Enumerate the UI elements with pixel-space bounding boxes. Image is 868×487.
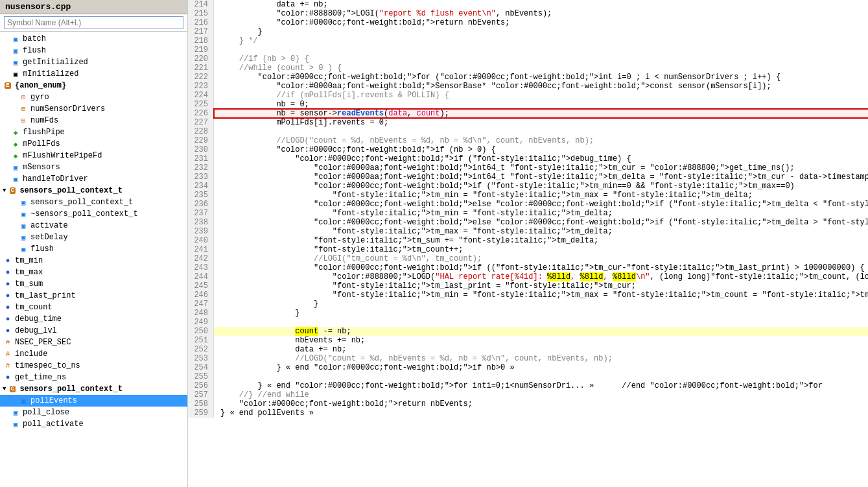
line-content[interactable]: nb = sensor->readEvents(data, count); [214, 109, 868, 118]
tree-item-tm_max[interactable]: ●tm_max [0, 267, 187, 278]
tree-item-debug_lvl[interactable]: ●debug_lvl [0, 325, 187, 337]
tree-item-debug_time[interactable]: ●debug_time [0, 313, 187, 325]
tree-item-numFds[interactable]: ⊞numFds [0, 115, 187, 126]
line-number: 238 [188, 218, 214, 227]
tree-item-poll_close[interactable]: ▣poll_close [0, 407, 187, 418]
tree-item-setDelay[interactable]: ▣setDelay [0, 232, 187, 243]
line-content[interactable]: "color:#0000cc;font-weight:bold;">for ("… [214, 73, 868, 82]
line-content[interactable]: //} //end while [214, 390, 868, 399]
line-content[interactable]: } [214, 300, 868, 309]
line-content[interactable]: nbEvents += nb; [214, 336, 868, 345]
table-row: 215 "color:#888800;">LOGI("report %d flu… [188, 9, 868, 18]
line-content[interactable]: "color:#0000cc;font-weight:bold;">if ("f… [214, 154, 868, 163]
line-content[interactable]: "color:#0000cc;font-weight:bold;">else "… [214, 218, 868, 227]
line-content[interactable]: "color:#0000aa;font-weight:bold;">Sensor… [214, 82, 868, 91]
tree-item-include_cutils[interactable]: #include [0, 348, 187, 360]
tree-item-tm_min[interactable]: ●tm_min [0, 255, 187, 267]
line-content[interactable]: data += nb; [214, 345, 868, 354]
tree-item-activate[interactable]: ▣activate [0, 220, 187, 232]
line-content[interactable]: //LOGD("count = %d, nbEvents = %d, nb = … [214, 136, 868, 145]
line-content[interactable]: nb = 0; [214, 100, 868, 109]
tree-item-flush[interactable]: ▣flush [0, 45, 187, 56]
line-content[interactable]: } « end "color:#0000cc;font-weight:bold;… [214, 381, 868, 390]
tree-item-get_time_ns[interactable]: ●get_time_ns [0, 372, 187, 383]
line-number: 214 [188, 0, 214, 9]
line-content[interactable]: "color:#0000cc;font-weight:bold;">if (nb… [214, 145, 868, 154]
table-row: 217 } [188, 27, 868, 36]
item-type-icon: ▣ [10, 419, 21, 429]
line-content[interactable]: "font-style:italic;">tm_min = "font-styl… [214, 191, 868, 200]
line-content[interactable] [214, 318, 868, 327]
tree-item-gyro[interactable]: ⊞gyro [0, 91, 187, 103]
code-editor[interactable]: 214 data += nb;215 "color:#888800;">LOGI… [188, 0, 868, 487]
line-content[interactable]: "font-style:italic;">tm_min = "font-styl… [214, 209, 868, 218]
line-content[interactable]: "color:#0000cc;font-weight:bold;">return… [214, 18, 868, 27]
line-content[interactable] [214, 45, 868, 54]
tree-item-mPollFds[interactable]: ◆mPollFds [0, 138, 187, 150]
line-content[interactable]: "color:#0000cc;font-weight:bold;">else "… [214, 200, 868, 209]
item-label: numSensorDrivers [30, 104, 105, 113]
line-number: 226 [188, 109, 214, 118]
tree-item-sensors_poll_context_t_group2[interactable]: ▼Csensors_poll_context_t [0, 383, 187, 395]
line-content[interactable]: } « end pollEvents » [214, 409, 868, 418]
tree-item-flushPipe[interactable]: ◆flushPipe [0, 126, 187, 138]
line-content[interactable]: } */ [214, 36, 868, 45]
tree-item-pollEvents[interactable]: ▣pollEvents [0, 395, 187, 407]
line-number: 251 [188, 336, 214, 345]
table-row: 224 //if (mPollFds[i].revents & POLLIN) … [188, 91, 868, 100]
tree-item-batch[interactable]: ▣batch [0, 33, 187, 45]
tree-item-handleToDriver[interactable]: ▣handleToDriver [0, 173, 187, 185]
tree-item-timespec_to_ns[interactable]: #timespec_to_ns [0, 360, 187, 372]
tree-item-numSensorDrivers[interactable]: ⊞numSensorDrivers [0, 103, 187, 115]
line-number: 253 [188, 354, 214, 363]
line-content[interactable]: "color:#0000cc;font-weight:bold;">if ("f… [214, 182, 868, 191]
line-content[interactable]: "color:#0000cc;font-weight:bold;">if (("… [214, 263, 868, 272]
line-content[interactable]: mPollFds[i].revents = 0; [214, 118, 868, 127]
tree-item-mSensors[interactable]: ▣mSensors [0, 161, 187, 173]
tree-item-tm_sum[interactable]: ●tm_sum [0, 278, 187, 290]
line-content[interactable]: "font-style:italic;">tm_sum += "font-sty… [214, 236, 868, 245]
line-content[interactable]: //if (nb > 0) { [214, 54, 868, 64]
tree-item-anon_enum[interactable]: E{anon_enum} [0, 80, 187, 91]
tree-item-flush2[interactable]: ▣flush [0, 243, 187, 255]
line-content[interactable]: "color:#0000aa;font-weight:bold;">int64_… [214, 172, 868, 182]
expand-icon[interactable]: ▼ [3, 187, 6, 194]
tree-item-sensors_poll_context_t_dtor[interactable]: ▣~sensors_poll_context_t [0, 208, 187, 220]
line-number: 230 [188, 145, 214, 154]
table-row: 226 nb = sensor->readEvents(data, count)… [188, 109, 868, 118]
line-content[interactable]: data += nb; [214, 0, 868, 9]
expand-icon[interactable]: ▼ [3, 386, 6, 392]
line-content[interactable]: "color:#0000cc;font-weight:bold;">return… [214, 399, 868, 409]
line-content[interactable] [214, 372, 868, 381]
tree-item-sensors_poll_context_t_group[interactable]: ▼Csensors_poll_context_t [0, 185, 187, 196]
tree-item-mFlushWritePipeFd[interactable]: ◆mFlushWritePipeFd [0, 150, 187, 161]
tree-item-poll_activate[interactable]: ▣poll_activate [0, 418, 187, 430]
line-content[interactable]: "color:#888800;">LOGI("report %d flush e… [214, 9, 868, 18]
line-content[interactable]: //if (mPollFds[i].revents & POLLIN) { [214, 91, 868, 100]
line-content[interactable] [214, 127, 868, 136]
line-content[interactable]: //while (count > 0 ) { [214, 64, 868, 73]
table-row: 259} « end pollEvents » [188, 409, 868, 418]
table-row: 247 } [188, 300, 868, 309]
line-content[interactable]: "font-style:italic;">tm_min = "font-styl… [214, 291, 868, 300]
line-content[interactable]: "font-style:italic;">tm_count++; [214, 245, 868, 254]
symbol-search-input[interactable] [4, 16, 183, 29]
line-content[interactable]: } « end "color:#0000cc;font-weight:bold;… [214, 363, 868, 372]
line-content[interactable]: "color:#0000aa;font-weight:bold;">int64_… [214, 163, 868, 172]
line-content[interactable]: //LOGI("tm_count = %d\n", tm_count); [214, 254, 868, 263]
tree-item-NSEC_PER_SEC[interactable]: #NSEC_PER_SEC [0, 337, 187, 348]
line-content[interactable]: } [214, 309, 868, 318]
line-content[interactable]: "font-style:italic;">tm_max = "font-styl… [214, 227, 868, 236]
item-label: setDelay [30, 233, 68, 242]
line-content[interactable]: //LOGD("count = %d, nbEvents = %d, nb = … [214, 354, 868, 363]
item-label: ~sensors_poll_context_t [30, 209, 138, 219]
line-content[interactable]: "font-style:italic;">tm_last_print = "fo… [214, 281, 868, 291]
tree-item-tm_count[interactable]: ●tm_count [0, 302, 187, 313]
tree-item-tm_last_print[interactable]: ●tm_last_print [0, 290, 187, 302]
tree-item-getInitialized[interactable]: ▣getInitialized [0, 56, 187, 68]
line-content[interactable]: "color:#888800;">LOGD("HAL report rate[%… [214, 272, 868, 281]
tree-item-sensors_poll_context_t_ctor[interactable]: ▣sensors_poll_context_t [0, 196, 187, 208]
tree-item-mInitialized[interactable]: ▣mInitialized [0, 68, 187, 80]
line-content[interactable]: } [214, 27, 868, 36]
line-content[interactable]: count -= nb; [214, 327, 868, 336]
